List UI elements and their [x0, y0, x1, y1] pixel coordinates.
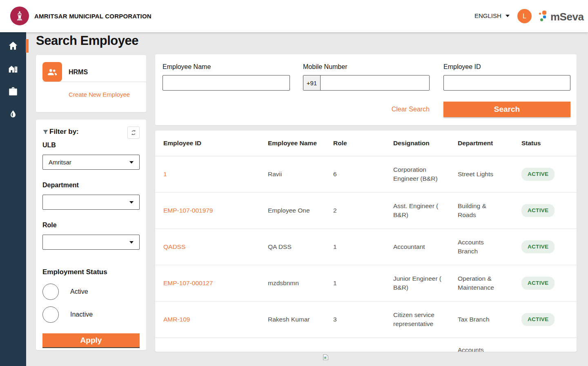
org-name: AMRITSAR MUNICIPAL CORPORATION	[34, 13, 151, 20]
ulb-select-value: Amritsar	[49, 159, 71, 166]
employee-id-link[interactable]: 1	[163, 170, 268, 179]
emblem-icon	[13, 10, 26, 22]
col-header-role: Role	[333, 140, 393, 147]
user-avatar[interactable]: L	[517, 9, 532, 23]
col-header-designation: Designation	[393, 140, 442, 147]
employment-status-label: Employment Status	[42, 268, 107, 276]
designation-cell: Citizen service representative	[393, 311, 442, 328]
inactive-radio-label: Inactive	[70, 311, 93, 318]
module-title: HRMS	[69, 69, 88, 76]
status-cell: ACTIVE	[521, 168, 577, 181]
mobile-number-group: +91	[303, 75, 430, 91]
hrms-module-card: HRMS Create New Employee	[36, 55, 146, 112]
active-radio-label: Active	[70, 288, 88, 295]
apply-button[interactable]: Apply	[42, 333, 140, 348]
designation-cell: Corporation Engineer (B&R)	[393, 165, 442, 183]
employee-name-input[interactable]	[163, 75, 290, 91]
city-icon	[8, 63, 18, 74]
mseva-logo: mSeva	[539, 10, 584, 24]
create-new-employee-link[interactable]: Create New Employee	[69, 91, 130, 98]
designation-cell: Asst. Engineer ( B&R)	[393, 202, 442, 220]
water-drop-icon	[8, 109, 18, 119]
role-select[interactable]	[42, 235, 140, 250]
sidebar-item-employee[interactable]	[8, 86, 18, 97]
employee-id-link[interactable]: EMP-107-001979	[163, 206, 268, 215]
mobile-prefix: +91	[303, 75, 321, 90]
employee-name-cell: Employee One	[268, 206, 333, 215]
funnel-icon	[42, 129, 49, 135]
sidebar	[0, 32, 26, 366]
status-badge: ACTIVE	[521, 204, 555, 217]
mobile-number-label: Mobile Number	[303, 63, 347, 71]
sidebar-item-water[interactable]	[8, 109, 18, 120]
mseva-wordmark: mSeva	[550, 11, 584, 23]
chevron-down-icon	[129, 201, 134, 204]
reset-filter-button[interactable]	[127, 126, 140, 139]
department-cell: Building & Roads	[458, 202, 499, 220]
language-selector[interactable]: ENGLISH	[474, 12, 510, 19]
employee-id-input[interactable]	[443, 75, 570, 91]
chevron-down-icon	[129, 161, 134, 164]
role-cell: 3	[333, 315, 393, 324]
app-header: AMRITSAR MUNICIPAL CORPORATION ENGLISH L…	[0, 0, 588, 32]
people-icon	[46, 66, 58, 78]
status-badge: ACTIVE	[521, 168, 555, 181]
inactive-radio[interactable]	[42, 306, 59, 323]
employee-name-cell: Rakesh Kumar	[268, 315, 333, 324]
col-header-status: Status	[521, 140, 577, 147]
department-cell: Accounts	[458, 338, 499, 352]
active-radio[interactable]	[42, 284, 59, 300]
ulb-label: ULB	[42, 142, 56, 149]
table-row: EMP-107-000127 mzdsbnmn 1 Junior Enginee…	[155, 265, 577, 302]
filter-title-label: Filter by:	[49, 128, 79, 136]
chevron-down-icon	[506, 15, 510, 17]
sidebar-item-home[interactable]	[8, 40, 18, 51]
divider	[42, 82, 146, 82]
mseva-dots-icon	[539, 11, 548, 23]
department-cell: Tax Branch	[458, 315, 499, 324]
role-cell: 1	[333, 242, 393, 251]
ulb-select[interactable]: Amritsar	[42, 155, 140, 170]
home-icon	[8, 40, 18, 51]
designation-cell: Accountant	[393, 242, 442, 251]
employee-name-cell: mzdsbnmn	[268, 279, 333, 288]
employee-name-label: Employee Name	[163, 63, 211, 71]
role-label: Role	[42, 222, 57, 229]
employee-id-link[interactable]: QADSS	[163, 242, 268, 251]
col-header-employee-name: Employee Name	[268, 140, 333, 147]
employee-id-link[interactable]: EMP-107-000127	[163, 279, 268, 288]
department-select[interactable]	[42, 195, 140, 210]
table-row: EMP-107-001979 Employee One 2 Asst. Engi…	[155, 193, 577, 229]
mobile-number-input[interactable]	[321, 75, 429, 90]
employee-name-cell: Ravii	[268, 170, 333, 179]
employee-id-link[interactable]: AMR-109	[163, 315, 268, 324]
refresh-icon	[130, 129, 137, 136]
briefcase-icon	[8, 86, 18, 97]
search-form: Employee Name Mobile Number +91 Employee…	[155, 54, 577, 125]
filter-panel: Filter by: ULB Amritsar Department Role …	[36, 120, 146, 350]
search-button[interactable]: Search	[443, 102, 570, 117]
department-cell: Street Lights	[458, 170, 499, 179]
status-cell: ACTIVE	[521, 277, 577, 290]
filter-title: Filter by:	[42, 128, 79, 136]
active-radio-row: Active	[42, 284, 88, 300]
sidebar-item-city[interactable]	[8, 63, 18, 74]
status-cell: ACTIVE	[521, 240, 577, 253]
status-badge: ACTIVE	[521, 240, 555, 253]
employee-name-cell: QA DSS	[268, 242, 333, 251]
language-label: ENGLISH	[474, 12, 501, 19]
role-cell: 1	[333, 279, 393, 288]
col-header-employee-id: Employee ID	[163, 140, 268, 147]
sidebar-active-indicator	[26, 39, 29, 53]
designation-cell: Junior Engineer ( B&R)	[393, 274, 442, 292]
municipal-emblem-logo	[10, 7, 29, 25]
inactive-radio-row: Inactive	[42, 306, 93, 323]
hrms-module-tile[interactable]	[42, 62, 62, 82]
employee-id-label: Employee ID	[443, 63, 481, 71]
broken-image-icon	[322, 354, 329, 362]
department-label: Department	[42, 182, 79, 189]
table-row: QADSS QA DSS 1 Accountant Accounts Branc…	[155, 229, 577, 265]
clear-search-link[interactable]: Clear Search	[384, 106, 430, 113]
table-header-row: Employee ID Employee Name Role Designati…	[155, 131, 577, 156]
table-row: 1 Ravii 6 Corporation Engineer (B&R) Str…	[155, 156, 577, 193]
